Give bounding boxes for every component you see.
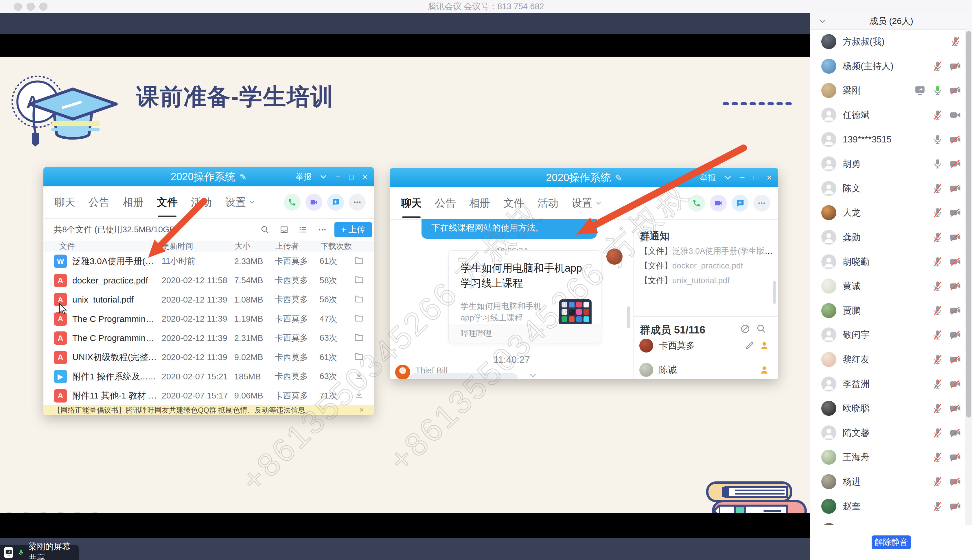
mic-muted-icon[interactable] — [932, 280, 944, 292]
unmute-button[interactable]: 解除静音 — [872, 535, 911, 549]
close-button[interactable]: × — [766, 173, 772, 183]
new-chat-icon[interactable] — [327, 194, 344, 211]
file-action[interactable] — [354, 390, 364, 402]
camera-on-icon[interactable] — [949, 109, 961, 121]
camera-off-icon[interactable] — [949, 256, 961, 268]
search-member-icon[interactable] — [756, 323, 766, 334]
group-member-row[interactable]: 卡西莫多 — [639, 339, 770, 353]
camera-off-icon[interactable] — [949, 500, 961, 512]
more-actions-icon[interactable] — [318, 225, 327, 234]
file-row[interactable]: Aunix_tutorial.pdf2020-02-12 11:391.08MB… — [43, 290, 374, 310]
edit-group-name-icon[interactable]: ✎ — [615, 173, 622, 183]
member-row[interactable]: 杨频(主持人) — [810, 54, 965, 78]
minimize-button[interactable]: − — [740, 173, 745, 183]
voice-call-icon[interactable] — [284, 194, 301, 211]
report-button[interactable]: 举报 — [700, 172, 716, 183]
member-row[interactable]: 李益洲 — [810, 372, 965, 396]
member-row[interactable]: 黎红友 — [810, 347, 965, 372]
mic-muted-icon[interactable] — [932, 354, 944, 365]
mic-muted-icon[interactable] — [932, 476, 944, 487]
chat-scrollbar[interactable] — [627, 306, 630, 328]
camera-off-icon[interactable] — [949, 280, 961, 292]
edit-group-name-icon[interactable]: ✎ — [239, 172, 246, 182]
screen-share-banner[interactable]: 梁刚的屏幕共享 — [0, 545, 79, 560]
sender-avatar[interactable] — [395, 365, 410, 379]
file-row[interactable]: ▶附件1 操作系统及...临时2020-02-07 15:21185MB卡西莫多… — [43, 367, 374, 386]
file-action[interactable] — [354, 332, 364, 344]
camera-off-icon[interactable] — [949, 427, 961, 438]
camera-off-icon[interactable] — [949, 403, 961, 414]
file-action[interactable] — [354, 275, 364, 287]
qq-left-titlebar[interactable]: 2020操作系统✎ 举报 − □ × — [43, 167, 374, 187]
member-row[interactable]: 梁刚 — [810, 78, 965, 103]
member-row[interactable]: 黄诚 — [810, 274, 965, 298]
tab-聊天[interactable]: 聊天 — [401, 196, 422, 210]
mic-muted-icon[interactable] — [932, 329, 944, 341]
file-action[interactable] — [354, 371, 364, 383]
camera-off-icon[interactable] — [949, 232, 961, 243]
camera-off-icon[interactable] — [949, 329, 961, 341]
open-folder-icon[interactable] — [354, 294, 364, 304]
mic-muted-icon[interactable] — [932, 500, 944, 512]
collapse-icon[interactable]: × — [619, 223, 624, 233]
tab-活动[interactable]: 活动 — [537, 196, 558, 210]
qq-right-titlebar[interactable]: 2020操作系统✎ 举报 − □ × — [390, 168, 778, 187]
chevron-down-icon[interactable] — [529, 373, 536, 378]
camera-off-icon[interactable] — [949, 183, 961, 194]
member-row[interactable]: 杨进 — [810, 470, 965, 494]
tab-设置[interactable]: 设置 — [572, 196, 601, 210]
tab-相册[interactable]: 相册 — [469, 196, 490, 210]
mic-muted-icon[interactable] — [932, 183, 944, 194]
inbox-icon[interactable] — [279, 225, 289, 234]
group-notice-file[interactable]: 【文件】泛雅3.0A使用手册(学生版)101... — [640, 246, 773, 257]
mic-muted-icon[interactable] — [932, 403, 944, 414]
camera-off-icon[interactable] — [949, 158, 961, 170]
member-row[interactable]: 胡晓勤 — [810, 249, 965, 274]
member-row[interactable]: 龚勋 — [810, 225, 965, 250]
tab-文件[interactable]: 文件 — [157, 195, 177, 210]
member-row[interactable]: 胡勇 — [810, 152, 965, 176]
chevron-down-icon[interactable] — [320, 175, 326, 179]
member-row[interactable]: 任德斌 — [810, 103, 965, 127]
open-folder-icon[interactable] — [354, 332, 364, 342]
close-notice-icon[interactable]: × — [359, 405, 364, 415]
file-row[interactable]: Adocker_practice.pdf2020-02-12 11:587.54… — [43, 271, 374, 290]
mic-muted-icon[interactable] — [932, 427, 944, 438]
tab-相册[interactable]: 相册 — [123, 195, 144, 210]
file-action[interactable] — [354, 294, 364, 306]
close-button[interactable]: × — [362, 172, 367, 182]
mic-muted-icon[interactable] — [932, 256, 944, 268]
video-call-icon[interactable] — [710, 195, 727, 212]
file-row[interactable]: AThe C Programming Langu...2020-02-12 11… — [43, 310, 374, 329]
camera-off-icon[interactable] — [949, 354, 961, 365]
member-row[interactable] — [810, 518, 965, 525]
camera-off-icon[interactable] — [949, 378, 961, 390]
edit-card-icon[interactable] — [744, 341, 755, 350]
shared-link-card[interactable]: 学生如何用电脑和手机app学习线上课程 学生如何用电脑和手机app学习线上课程 — [448, 250, 601, 343]
sidebar-scrollbar[interactable] — [773, 281, 776, 304]
upload-button[interactable]: + 上传 — [335, 222, 372, 237]
maximize-button[interactable]: □ — [349, 173, 354, 182]
file-row[interactable]: W泛雅3.0A使用手册(学生版)10...11小时前2.33MB卡西莫多61次 — [43, 252, 374, 271]
member-row[interactable]: 方叔叔(我) — [810, 30, 965, 54]
tab-公告[interactable]: 公告 — [435, 196, 456, 210]
mic-muted-icon[interactable] — [932, 378, 944, 390]
member-scrollbar[interactable] — [965, 30, 972, 525]
open-folder-icon[interactable] — [354, 255, 364, 265]
video-call-icon[interactable] — [306, 194, 322, 211]
mic-muted-icon[interactable] — [932, 109, 944, 121]
maximize-button[interactable]: □ — [754, 173, 758, 182]
member-row[interactable]: 贾鹏 — [810, 298, 965, 323]
mic-on-icon[interactable] — [932, 158, 944, 170]
search-icon[interactable] — [260, 225, 269, 234]
chevron-down-icon[interactable] — [724, 176, 731, 180]
mic-muted-icon[interactable] — [932, 207, 944, 218]
new-chat-icon[interactable] — [732, 195, 748, 212]
camera-off-icon[interactable] — [949, 476, 961, 487]
member-row[interactable]: 王海舟 — [810, 445, 965, 470]
mic-muted-icon[interactable] — [932, 60, 944, 72]
download-icon[interactable] — [354, 371, 364, 380]
file-action[interactable] — [354, 352, 364, 363]
mic-muted-icon[interactable] — [932, 305, 944, 317]
file-row[interactable]: A附件11 其他-1 教材 课程使...2020-02-07 15:179.06… — [43, 386, 374, 406]
